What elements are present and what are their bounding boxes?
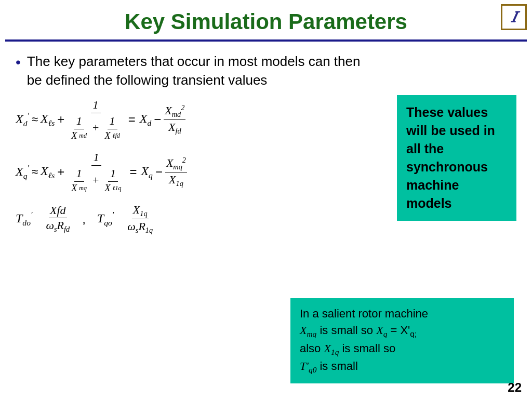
eq3-Tdo: Tdo′ — [16, 210, 32, 228]
bullet-line1: The key parameters that occur in most mo… — [27, 54, 361, 69]
eq2-big-frac: 1 1 Xmq + 1 Xℓ1q — [67, 151, 125, 194]
page-number: 22 — [508, 380, 522, 395]
eq2-Xq: Xq — [141, 164, 152, 180]
slide-icon: 𝐼 — [501, 4, 527, 30]
eq3-frac1: Xfd ωsRfd — [45, 204, 71, 234]
equation-3: Tdo′ Xfd ωsRfd , Tqo′ — [16, 203, 387, 235]
eq1-approx: ≈ — [32, 113, 38, 126]
slide: Key Simulation Parameters 𝐼 • The key pa… — [0, 0, 532, 399]
eq2-Xq-prime: Xq′ — [16, 164, 29, 181]
callout-box-1: These values will be used in all the syn… — [397, 95, 516, 221]
callout1-text: These values will be used in all the syn… — [406, 103, 507, 212]
eq2-Xls: Xℓs — [41, 164, 55, 180]
eq3-Tqo: Tqo′ — [97, 210, 114, 228]
equation-2: Xq′ ≈ Xℓs + 1 1 Xmq + — [16, 151, 387, 194]
bullet-item: • The key parameters that occur in most … — [16, 52, 516, 90]
eq1-rhs-frac: Xmd2 Xfd — [164, 103, 185, 136]
eq1-Xls: Xℓs — [41, 112, 55, 128]
eq3-comma: , — [82, 212, 86, 227]
callout2-math: Xmq is small so Xq = X'q; — [300, 324, 417, 337]
bullet-symbol: • — [16, 53, 21, 72]
callout2-line1: In a salient rotor machine — [300, 307, 428, 320]
callout-box-2-wrapper: In a salient rotor machine Xmq is small … — [290, 298, 522, 383]
title-area: Key Simulation Parameters — [0, 0, 532, 39]
equations-column: Xd′ ≈ Xℓs + 1 1 Xmd — [16, 95, 387, 238]
eq3-frac2: X1q ωsR1q — [126, 203, 154, 235]
equation-1: Xd′ ≈ Xℓs + 1 1 Xmd — [16, 98, 387, 141]
eq2-approx: ≈ — [32, 165, 38, 179]
eq1-equals: = — [128, 112, 136, 127]
bullet-line2: be defined the following transient value… — [27, 72, 268, 88]
eq1-Xd: Xd — [140, 112, 151, 128]
icon-letter: 𝐼 — [511, 9, 516, 26]
eq1-minus: − — [154, 112, 161, 127]
eq2-equals: = — [129, 165, 137, 179]
eq1-Xd-prime: Xd′ — [16, 111, 29, 128]
eq2-minus: − — [155, 165, 163, 179]
content-area: • The key parameters that occur in most … — [0, 42, 532, 399]
bullet-text: The key parameters that occur in most mo… — [27, 52, 361, 90]
eq1-big-frac: 1 1 Xmd + 1 Xℓfd — [67, 98, 124, 141]
slide-title: Key Simulation Parameters — [125, 9, 407, 34]
callout2-line3: also X1q is small so — [300, 342, 395, 355]
eq1-plus1: + — [57, 112, 64, 127]
eq2-plus1: + — [57, 165, 64, 179]
eq2-rhs-frac: Xmq2 X1q — [165, 156, 187, 189]
callout-box-2: In a salient rotor machine Xmq is small … — [290, 298, 514, 383]
callout2-line4: T'q0 is small — [300, 360, 358, 373]
